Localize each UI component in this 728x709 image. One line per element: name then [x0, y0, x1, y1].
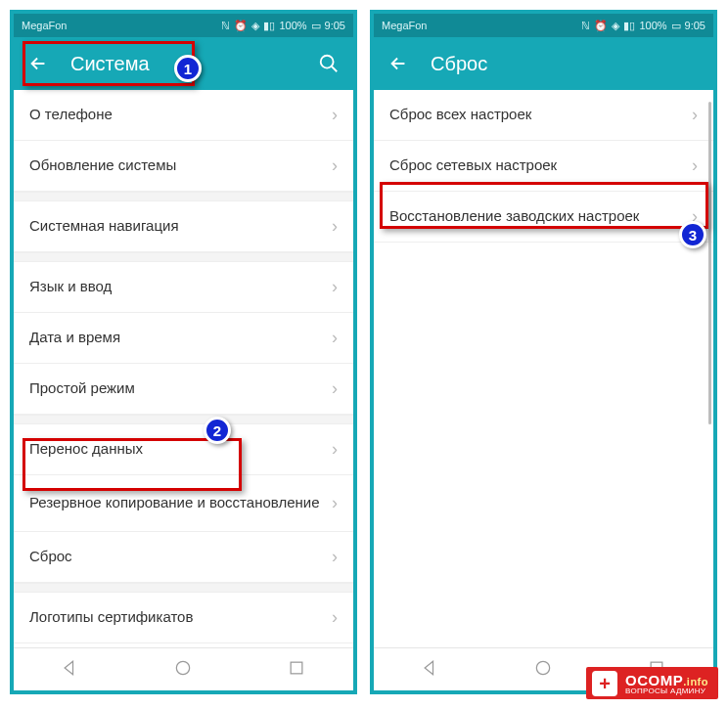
watermark-main: OCOMP.info — [625, 673, 708, 687]
status-right: ℕ ⏰ ◈ ▮▯ 100% ▭ 9:05 — [221, 20, 345, 32]
item-factory-reset[interactable]: Восстановление заводских настроек › — [374, 192, 713, 243]
svg-point-0 — [321, 56, 334, 68]
svg-rect-2 — [291, 662, 302, 674]
chevron-right-icon: › — [332, 378, 338, 399]
item-cert-logos[interactable]: Логотипы сертификатов › — [14, 593, 353, 643]
watermark-sub: ВОПРОСЫ АДМИНУ — [625, 687, 708, 695]
chevron-right-icon: › — [332, 216, 338, 237]
status-right: ℕ ⏰ ◈ ▮▯ 100% ▭ 9:05 — [581, 20, 705, 32]
chevron-right-icon: › — [692, 105, 698, 125]
item-system-navigation[interactable]: Системная навигация › — [14, 201, 353, 252]
item-backup-restore[interactable]: Резервное копирование и восстановление › — [14, 475, 353, 532]
chevron-right-icon: › — [332, 493, 338, 513]
item-reset[interactable]: Сброс › — [14, 532, 353, 583]
signal-icon: ▮▯ — [623, 20, 635, 32]
battery-percent: 100% — [279, 20, 306, 31]
item-about-phone[interactable]: О телефоне › — [14, 90, 353, 141]
item-simple-mode[interactable]: Простой режим › — [14, 364, 353, 415]
chevron-right-icon: › — [332, 277, 338, 297]
scroll-indicator — [708, 102, 711, 424]
nav-home-button[interactable] — [173, 658, 193, 682]
page-title: Система — [70, 53, 296, 75]
item-reset-all[interactable]: Сброс всех настроек › — [374, 90, 713, 141]
section-gap — [14, 192, 353, 201]
chevron-right-icon: › — [332, 155, 338, 176]
nav-back-button[interactable] — [61, 658, 80, 682]
chevron-right-icon: › — [332, 328, 338, 348]
chevron-right-icon: › — [692, 206, 698, 227]
clock: 9:05 — [685, 20, 705, 31]
chevron-right-icon: › — [332, 547, 338, 567]
page-title: Сброс — [431, 53, 700, 75]
item-data-transfer[interactable]: Перенос данных › — [14, 424, 353, 475]
clock: 9:05 — [325, 20, 345, 31]
wifi-icon: ◈ — [251, 20, 259, 32]
carrier-label: MegaFon — [22, 20, 67, 31]
phone-left: MegaFon ℕ ⏰ ◈ ▮▯ 100% ▭ 9:05 Система О т… — [10, 10, 357, 694]
nav-recent-button[interactable] — [287, 658, 306, 682]
chevron-right-icon: › — [332, 607, 338, 628]
nav-back-button[interactable] — [421, 658, 440, 682]
alarm-icon: ⏰ — [594, 20, 608, 32]
settings-list: О телефоне › Обновление системы › Систем… — [14, 90, 353, 643]
watermark-plus-icon: + — [592, 671, 617, 696]
item-system-update[interactable]: Обновление системы › — [14, 141, 353, 192]
battery-icon: ▭ — [311, 20, 321, 32]
svg-point-3 — [537, 661, 550, 674]
chevron-right-icon: › — [692, 155, 698, 176]
item-language-input[interactable]: Язык и ввод › — [14, 262, 353, 313]
phone-right: MegaFon ℕ ⏰ ◈ ▮▯ 100% ▭ 9:05 Сброс Сброс… — [370, 10, 717, 694]
item-reset-network[interactable]: Сброс сетевых настроек › — [374, 141, 713, 192]
nfc-icon: ℕ — [221, 20, 230, 32]
battery-icon: ▭ — [671, 20, 681, 32]
watermark: + OCOMP.info ВОПРОСЫ АДМИНУ — [586, 667, 718, 699]
svg-point-1 — [177, 661, 190, 674]
status-bar: MegaFon ℕ ⏰ ◈ ▮▯ 100% ▭ 9:05 — [14, 14, 353, 37]
status-bar: MegaFon ℕ ⏰ ◈ ▮▯ 100% ▭ 9:05 — [374, 14, 713, 37]
nav-home-button[interactable] — [533, 658, 553, 682]
section-gap — [14, 583, 353, 593]
back-button[interactable] — [387, 53, 409, 74]
wifi-icon: ◈ — [612, 20, 619, 32]
section-gap — [14, 252, 353, 262]
chevron-right-icon: › — [332, 439, 338, 460]
nav-bar — [14, 647, 353, 690]
alarm-icon: ⏰ — [234, 20, 248, 32]
app-bar: Сброс — [374, 37, 713, 90]
item-date-time[interactable]: Дата и время › — [14, 313, 353, 364]
search-button[interactable] — [318, 53, 340, 74]
nfc-icon: ℕ — [581, 20, 590, 32]
carrier-label: MegaFon — [382, 20, 427, 31]
app-bar: Система — [14, 37, 353, 90]
battery-percent: 100% — [639, 20, 666, 31]
section-gap — [14, 415, 353, 424]
back-button[interactable] — [27, 53, 49, 74]
chevron-right-icon: › — [332, 105, 338, 125]
reset-list: Сброс всех настроек › Сброс сетевых наст… — [374, 90, 713, 243]
signal-icon: ▮▯ — [263, 20, 275, 32]
